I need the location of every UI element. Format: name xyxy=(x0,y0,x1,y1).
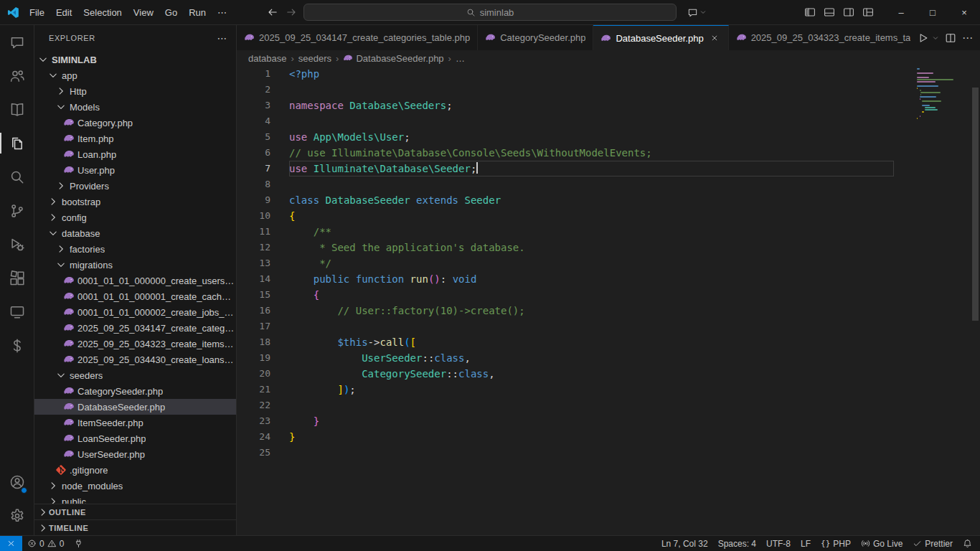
tree-item-node_modules[interactable]: node_modules xyxy=(34,478,236,494)
tree-item-bootstrap[interactable]: bootstrap xyxy=(34,194,236,209)
tree-item-0001_01_01_000000_create_users_tabl...[interactable]: 0001_01_01_000000_create_users_tabl... xyxy=(34,273,236,288)
tree-item-CategorySeeder.php[interactable]: CategorySeeder.php xyxy=(34,383,236,399)
code-line-8[interactable]: 8 xyxy=(237,176,894,192)
tree-item-Http[interactable]: Http xyxy=(34,83,236,99)
code-line-23[interactable]: 23 } xyxy=(237,413,894,429)
tree-item-0001_01_01_000001_create_cache_tabl...[interactable]: 0001_01_01_000001_create_cache_tabl... xyxy=(34,288,236,304)
run-file-button[interactable] xyxy=(918,32,929,44)
status-cursor-position[interactable]: Ln 7, Col 32 xyxy=(656,536,713,551)
back-button[interactable] xyxy=(267,6,278,18)
tree-item-public[interactable]: public xyxy=(34,494,236,504)
breadcrumb-item-seeders[interactable]: seeders xyxy=(298,53,331,64)
run-dropdown-chevron-icon[interactable] xyxy=(932,34,939,42)
menu-go[interactable]: Go xyxy=(159,0,183,24)
activity-remote-explorer-button[interactable] xyxy=(0,295,34,329)
tree-item-User.php[interactable]: User.php xyxy=(34,162,236,178)
status-encoding[interactable]: UTF-8 xyxy=(761,536,796,551)
menu-overflow-button[interactable]: ⋯ xyxy=(212,0,232,24)
code-line-11[interactable]: 11 /** xyxy=(237,224,894,240)
code-line-7[interactable]: 7use Illuminate\Database\Seeder; xyxy=(237,161,894,176)
code-line-18[interactable]: 18 $this->call([ xyxy=(237,334,894,350)
code-line-9[interactable]: 9class DatabaseSeeder extends Seeder xyxy=(237,192,894,208)
status-indentation[interactable]: Spaces: 4 xyxy=(713,536,761,551)
tree-item-2025_09_25_034147_create_categories...[interactable]: 2025_09_25_034147_create_categories... xyxy=(34,320,236,336)
code-line-2[interactable]: 2 xyxy=(237,82,894,98)
sidebar-more-actions-button[interactable]: ⋯ xyxy=(217,32,227,44)
code-line-17[interactable]: 17 xyxy=(237,319,894,334)
status-prettier[interactable]: Prettier xyxy=(908,536,958,551)
split-editor-button[interactable] xyxy=(945,32,956,44)
tree-item-UserSeeder.php[interactable]: UserSeeder.php xyxy=(34,446,236,462)
activity-run-and-debug-button[interactable] xyxy=(0,227,34,261)
breadcrumb-item-DatabaseSeeder.php[interactable]: DatabaseSeeder.php xyxy=(343,53,443,64)
menu-edit[interactable]: Edit xyxy=(50,0,77,24)
activity-settings-button[interactable] xyxy=(0,499,34,532)
ports-button[interactable] xyxy=(69,536,88,551)
activity-people-button[interactable] xyxy=(0,59,34,93)
code-line-20[interactable]: 20 CategorySeeder::class, xyxy=(237,366,894,382)
forward-button[interactable] xyxy=(286,6,297,18)
menu-file[interactable]: File xyxy=(24,0,50,24)
remote-indicator-button[interactable] xyxy=(0,536,22,551)
tab-DatabaseSeeder.php[interactable]: DatabaseSeeder.php xyxy=(593,25,728,50)
command-center-search[interactable]: siminlab xyxy=(303,4,677,21)
activity-extensions-button[interactable] xyxy=(0,261,34,295)
editor-scrollbar[interactable] xyxy=(972,88,979,321)
tree-item-0001_01_01_000002_create_jobs_table...[interactable]: 0001_01_01_000002_create_jobs_table... xyxy=(34,304,236,320)
minimap[interactable] xyxy=(917,68,969,122)
toggle-panel-button[interactable] xyxy=(824,6,835,18)
minimize-button[interactable]: – xyxy=(885,0,917,24)
tree-item-2025_09_25_034323_create_items_tabl...[interactable]: 2025_09_25_034323_create_items_tabl... xyxy=(34,336,236,352)
menu-run[interactable]: Run xyxy=(183,0,212,24)
code-line-16[interactable]: 16 // User::factory(10)->create(); xyxy=(237,303,894,319)
tree-item-2025_09_25_034430_create_loans_tabl...[interactable]: 2025_09_25_034430_create_loans_tabl... xyxy=(34,352,236,367)
status-notifications[interactable] xyxy=(958,536,977,551)
tab-CategorySeeder.php[interactable]: CategorySeeder.php xyxy=(478,25,593,50)
code-line-5[interactable]: 5use App\Models\User; xyxy=(237,129,894,145)
breadcrumb-item-…[interactable]: … xyxy=(456,53,465,64)
tree-item-LoanSeeder.php[interactable]: LoanSeeder.php xyxy=(34,430,236,446)
breadcrumb-item-database[interactable]: database xyxy=(248,53,287,64)
tree-item-factories[interactable]: factories xyxy=(34,241,236,257)
code-line-15[interactable]: 15 { xyxy=(237,287,894,303)
code-line-3[interactable]: 3namespace Database\Seeders; xyxy=(237,98,894,113)
menu-view[interactable]: View xyxy=(128,0,159,24)
code-line-19[interactable]: 19 UserSeeder::class, xyxy=(237,350,894,366)
code-line-22[interactable]: 22 xyxy=(237,397,894,413)
tree-item-Providers[interactable]: Providers xyxy=(34,178,236,194)
code-line-25[interactable]: 25 xyxy=(237,445,894,461)
customize-layout-button[interactable] xyxy=(862,6,874,18)
tree-item-DatabaseSeeder.php[interactable]: DatabaseSeeder.php xyxy=(34,399,236,415)
code-line-10[interactable]: 10{ xyxy=(237,208,894,224)
tree-item-seeders[interactable]: seeders xyxy=(34,367,236,383)
tab-2025_09_25_034323_create_items_ta[interactable]: 2025_09_25_034323_create_items_ta xyxy=(729,25,910,50)
status-language-mode[interactable]: {}PHP xyxy=(816,536,856,551)
code-editor[interactable]: 1<?php23namespace Database\Seeders;45use… xyxy=(237,66,980,535)
code-line-14[interactable]: 14 public function run(): void xyxy=(237,271,894,287)
activity-docs-button[interactable] xyxy=(0,93,34,126)
editor-more-actions-button[interactable]: ⋯ xyxy=(962,32,973,43)
activity-sponsor-button[interactable] xyxy=(0,329,34,362)
tree-item-ItemSeeder.php[interactable]: ItemSeeder.php xyxy=(34,415,236,430)
tree-item-Item.php[interactable]: Item.php xyxy=(34,131,236,146)
activity-chat-button[interactable] xyxy=(0,25,34,59)
code-line-1[interactable]: 1<?php xyxy=(237,66,894,82)
code-line-4[interactable]: 4 xyxy=(237,113,894,129)
activity-explorer-button[interactable] xyxy=(0,126,34,160)
tree-item-config[interactable]: config xyxy=(34,209,236,225)
sidebar-section-timeline[interactable]: TIMELINE xyxy=(34,519,236,535)
status-eol[interactable]: LF xyxy=(796,536,816,551)
close-button[interactable]: × xyxy=(948,0,980,24)
tree-root[interactable]: SIMINLAB xyxy=(34,52,236,67)
chat-toggle-button[interactable] xyxy=(687,7,707,18)
code-line-24[interactable]: 24} xyxy=(237,429,894,445)
code-line-21[interactable]: 21 ]); xyxy=(237,382,894,397)
tree-item-database[interactable]: database xyxy=(34,225,236,241)
close-tab-button[interactable] xyxy=(708,32,721,44)
problems-button[interactable]: 00 xyxy=(22,536,69,551)
activity-search-button[interactable] xyxy=(0,160,34,194)
menu-selection[interactable]: Selection xyxy=(77,0,127,24)
toggle-secondary-sidebar-button[interactable] xyxy=(843,6,854,18)
sidebar-section-outline[interactable]: OUTLINE xyxy=(34,504,236,519)
activity-source-control-button[interactable] xyxy=(0,194,34,227)
